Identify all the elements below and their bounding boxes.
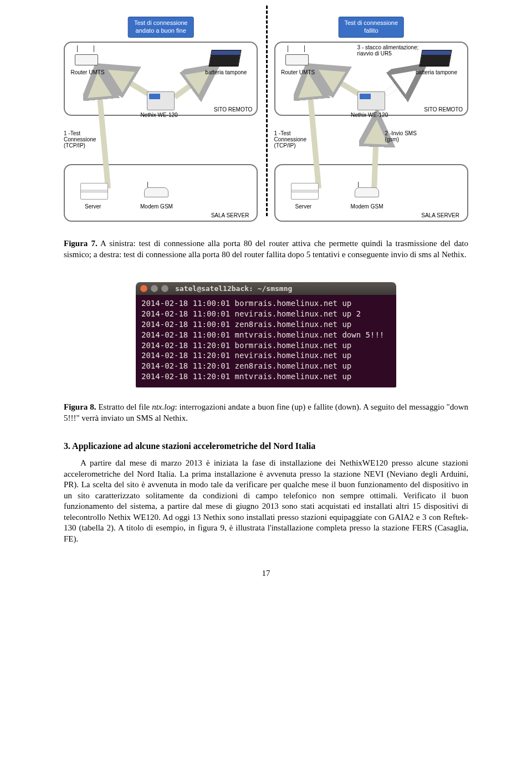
figure-7-diagram: Test di connessione andato a buon fine	[64, 22, 468, 222]
test1-label: 1 -Test Connessione (TCP/IP)	[64, 130, 103, 149]
figure-7-caption: Figura 7. A sinistra: test di connession…	[64, 238, 468, 260]
section-body: A partire dal mese di marzo 2013 è inizi…	[64, 458, 468, 544]
sala-server-label: SALA SERVER	[211, 212, 249, 218]
server-icon	[291, 183, 319, 200]
terminal-line: 2014-02-18 11:00:01 mntvrais.homelinux.n…	[141, 330, 384, 339]
caption8-ital: ntx.log	[152, 402, 175, 411]
battery-label: batteria tampone	[413, 69, 457, 75]
nethix-icon	[147, 91, 175, 110]
nethix-label: Nethix WE-120	[347, 112, 392, 118]
sms-label: 2 -Invio SMS (gsm)	[385, 130, 429, 142]
left-title-badge: Test di connessione andato a buon fine	[128, 17, 194, 38]
battery-icon	[208, 47, 241, 67]
terminal-line: 2014-02-18 11:20:01 zen8rais.homelinux.n…	[141, 361, 351, 370]
terminal-line: 2014-02-18 11:20:01 mntvrais.homelinux.n…	[141, 372, 351, 381]
caption7-label: Figura 7.	[64, 239, 98, 248]
server-label: Server	[85, 203, 101, 210]
caption8-pre: Estratto del file	[96, 402, 152, 411]
battery-icon	[418, 47, 452, 67]
nethix-label: Nethix WE-120	[137, 112, 181, 118]
server-icon	[80, 183, 108, 200]
maximize-icon[interactable]	[161, 285, 168, 292]
terminal-line: 2014-02-18 11:00:01 zen8rais.homelinux.n…	[141, 320, 351, 329]
modem-label: Modem GSM	[351, 203, 383, 210]
figure-8-caption: Figura 8. Estratto del file ntx.log: int…	[64, 402, 468, 423]
terminal-line: 2014-02-18 11:20:01 bormrais.homelinux.n…	[141, 341, 351, 350]
minimize-icon[interactable]	[151, 285, 158, 292]
sito-remoto-label: SITO REMOTO	[424, 106, 463, 113]
modem-gsm-icon	[144, 187, 168, 197]
terminal-title: satel@satel12back: ~/smsmng	[175, 284, 292, 293]
caption8-label: Figura 8.	[64, 402, 96, 411]
terminal-line: 2014-02-18 11:00:01 nevirais.homelinux.n…	[141, 309, 361, 318]
terminal-titlebar: satel@satel12back: ~/smsmng	[136, 282, 396, 295]
section-heading: 3. Applicazione ad alcune stazioni accel…	[64, 441, 468, 451]
terminal-window: satel@satel12back: ~/smsmng 2014-02-18 1…	[136, 282, 396, 387]
test1-label: 1 -Test Connessione (TCP/IP)	[274, 130, 313, 149]
right-title-badge: Test di connessione fallito	[338, 17, 404, 38]
router-label: Router UMTS	[68, 69, 107, 75]
modem-label: Modem GSM	[140, 203, 173, 210]
router-umts-icon	[285, 50, 308, 65]
terminal-body: 2014-02-18 11:00:01 bormrais.homelinux.n…	[136, 295, 396, 387]
close-icon[interactable]	[140, 285, 147, 292]
sito-remoto-label: SITO REMOTO	[214, 106, 253, 113]
terminal-line: 2014-02-18 11:20:01 nevirais.homelinux.n…	[141, 351, 351, 360]
battery-label: batteria tampone	[202, 69, 247, 75]
terminal-line: 2014-02-18 11:00:01 bormrais.homelinux.n…	[141, 299, 351, 308]
server-label: Server	[295, 203, 311, 210]
sala-server-label: SALA SERVER	[421, 212, 459, 218]
modem-gsm-icon	[355, 187, 379, 197]
diagram-right-panel: Test di connessione fallito	[274, 22, 468, 222]
page-number: 17	[64, 569, 468, 578]
diagram-left-panel: Test di connessione andato a buon fine	[64, 22, 258, 222]
nethix-icon	[357, 91, 385, 110]
caption7-text: A sinistra: test di connessione alla por…	[64, 239, 468, 259]
router-umts-icon	[75, 50, 97, 65]
router-label: Router UMTS	[279, 69, 318, 75]
